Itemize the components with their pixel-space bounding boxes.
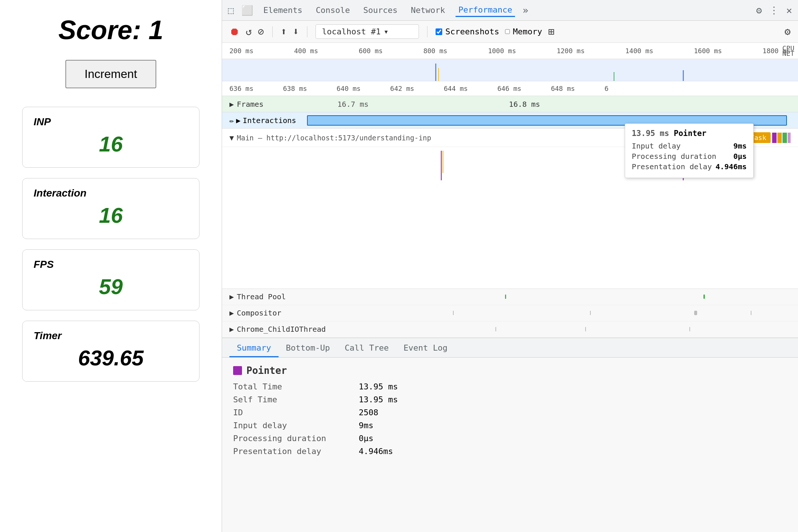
- fps-card: FPS 59: [22, 249, 200, 310]
- capture-icon[interactable]: ⊞: [548, 25, 555, 38]
- childio-label: ▶ Chrome_ChildIOThread: [229, 325, 325, 334]
- tab-event-log[interactable]: Event Log: [396, 340, 455, 357]
- url-dropdown-icon[interactable]: ▾: [383, 27, 388, 36]
- cursor-icon[interactable]: ⬚: [228, 5, 234, 16]
- cpu-spike-3: [614, 72, 614, 81]
- memory-checkbox[interactable]: [505, 29, 510, 34]
- interactions-text: Interactions: [243, 116, 296, 125]
- tooltip-title: 13.95 ms Pointer: [632, 129, 747, 138]
- frames-expand[interactable]: ▶ Frames: [229, 100, 263, 109]
- tick-644: 644 ms: [444, 85, 468, 92]
- interactions-expand-icon: ▶: [236, 116, 241, 125]
- summary-panel: Pointer Total Time 13.95 ms Self Time 13…: [222, 358, 798, 532]
- compositor-bars: [325, 305, 798, 321]
- processing-duration-label: Processing duration: [233, 434, 359, 443]
- tab-call-tree[interactable]: Call Tree: [337, 340, 396, 357]
- frames-row: ▶ Frames 16.7 ms 16.8 ms: [222, 96, 798, 112]
- tooltip-time: 13.95 ms: [632, 129, 669, 138]
- tab-bottom-up[interactable]: Bottom-Up: [279, 340, 337, 357]
- summary-input-delay: Input delay 9ms: [233, 421, 787, 430]
- url-selector[interactable]: localhost #1 ▾: [316, 24, 419, 39]
- compositor-text: Compositor: [237, 308, 281, 317]
- tick-600: 600 ms: [359, 47, 383, 55]
- frame-timing-1: 16.7 ms: [337, 100, 368, 109]
- tick-200: 200 ms: [229, 47, 253, 55]
- interactions-label: ✏ ▶ Interactions: [229, 116, 296, 125]
- summary-processing-duration: Processing duration 0µs: [233, 434, 787, 443]
- fps-label: FPS: [34, 259, 188, 270]
- childio-bar-1: [495, 327, 496, 331]
- id-label: ID: [233, 408, 359, 417]
- settings-icon[interactable]: ⚙: [756, 5, 762, 16]
- childio-bar-3: [689, 327, 690, 331]
- upload-icon[interactable]: ⬆: [281, 25, 287, 38]
- tab-performance[interactable]: Performance: [456, 4, 515, 17]
- reload-icon[interactable]: ↺: [246, 25, 252, 38]
- tooltip-presentation-label: Presentation delay: [632, 162, 712, 171]
- presentation-delay-value: 4.946ms: [359, 447, 393, 456]
- main-thread-expand[interactable]: ▼: [229, 133, 234, 142]
- fps-value: 59: [34, 274, 188, 299]
- tick-400: 400 ms: [294, 47, 318, 55]
- tooltip-type: Pointer: [674, 129, 707, 138]
- input-delay-value: 9ms: [359, 421, 374, 430]
- download-icon[interactable]: ⬇: [293, 25, 299, 38]
- cpu-spike-main: [435, 64, 436, 81]
- self-time-value: 13.95 ms: [359, 395, 398, 404]
- memory-label: Memory: [513, 27, 542, 36]
- clear-icon[interactable]: ⊘: [258, 25, 264, 38]
- thread-pool-label: ▶ Thread Pool: [229, 292, 325, 301]
- tab-summary[interactable]: Summary: [229, 340, 279, 357]
- id-value: 2508: [359, 408, 378, 417]
- tab-console[interactable]: Console: [313, 4, 353, 16]
- frames-label: Frames: [237, 100, 263, 109]
- tab-elements[interactable]: Elements: [260, 4, 306, 16]
- tooltip-processing: Processing duration 0µs: [632, 152, 747, 161]
- thread-pool-expand[interactable]: ▶: [229, 292, 234, 301]
- thread-pool-bar-1: [505, 294, 506, 299]
- device-icon[interactable]: ⬜: [241, 5, 253, 16]
- more-tabs-icon[interactable]: »: [522, 5, 528, 16]
- thread-pool-row: ▶ Thread Pool: [222, 289, 798, 305]
- inp-card: INP 16: [22, 107, 200, 168]
- thread-pool-bar-2: [703, 294, 705, 299]
- toolbar-settings-icon[interactable]: ⚙: [784, 25, 791, 38]
- summary-total-time: Total Time 13.95 ms: [233, 382, 787, 391]
- thread-pool-bars: [325, 289, 798, 305]
- compositor-bar-4: [751, 311, 751, 315]
- childio-bar-2: [585, 327, 586, 331]
- tick-1400: 1400 ms: [625, 47, 653, 55]
- record-icon[interactable]: ⏺: [229, 25, 240, 38]
- tooltip-presentation: Presentation delay 4.946ms: [632, 162, 747, 171]
- tick-extra: 6: [604, 85, 608, 92]
- tooltip-input-delay: Input delay 9ms: [632, 141, 747, 150]
- tick-800: 800 ms: [423, 47, 447, 55]
- childio-expand[interactable]: ▶: [229, 325, 234, 334]
- summary-header: Pointer: [233, 365, 787, 376]
- memory-option: Memory: [505, 27, 542, 36]
- summary-presentation-delay: Presentation delay 4.946ms: [233, 447, 787, 456]
- input-delay-label: Input delay: [233, 421, 359, 430]
- increment-button[interactable]: Increment: [65, 60, 156, 88]
- score-display: Score: 1: [22, 15, 200, 45]
- url-text: localhost #1: [322, 27, 381, 36]
- pointer-color-indicator: [233, 366, 242, 375]
- left-panel: Score: 1 Increment INP 16 Interaction 16…: [0, 0, 222, 532]
- tab-network[interactable]: Network: [408, 4, 448, 16]
- timeline-ruler: 200 ms 400 ms 600 ms 800 ms 1000 ms 1200…: [222, 43, 798, 59]
- tooltip-processing-value: 0µs: [733, 152, 747, 161]
- tick-1000: 1000 ms: [488, 47, 516, 55]
- devtools-tabbar: ⬚ ⬜ Elements Console Sources Network Per…: [222, 0, 798, 21]
- devtools-panel: ⬚ ⬜ Elements Console Sources Network Per…: [222, 0, 798, 532]
- frame-timing-2: 16.8 ms: [509, 100, 540, 109]
- more-options-icon[interactable]: ⋮: [769, 5, 779, 16]
- compositor-bar-3: [694, 311, 697, 315]
- tick-638: 638 ms: [283, 85, 307, 92]
- screenshots-checkbox[interactable]: [436, 28, 442, 35]
- close-icon[interactable]: ✕: [786, 5, 792, 16]
- tick-1600: 1600 ms: [694, 47, 722, 55]
- tick-640: 640 ms: [337, 85, 361, 92]
- compositor-expand[interactable]: ▶: [229, 308, 234, 317]
- tab-sources[interactable]: Sources: [360, 4, 400, 16]
- score-value: 1: [149, 15, 163, 45]
